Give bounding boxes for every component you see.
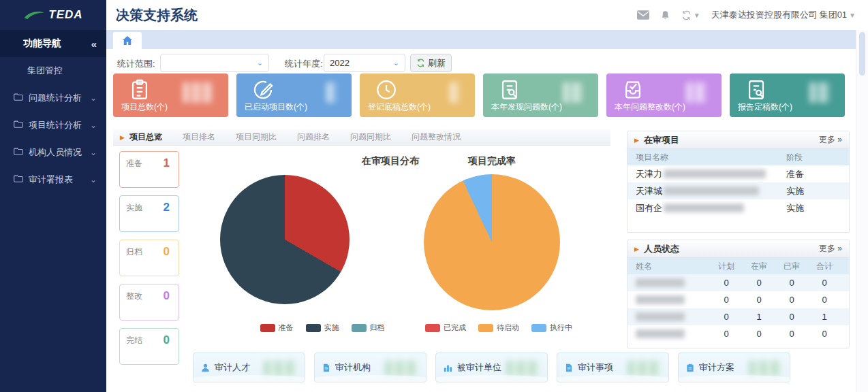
legend-swatch	[260, 324, 275, 332]
folder-icon	[14, 175, 23, 185]
stat-card-项目总数(个)[interactable]: 项目总数(个)	[113, 74, 228, 117]
sidebar-item-机构人员情况[interactable]: 机构人员情况⌄	[0, 139, 106, 166]
stat-card-label: 项目总数(个)	[121, 101, 168, 113]
tab-问题排名[interactable]: 问题排名	[297, 131, 330, 143]
account-dropdown[interactable]: 天津泰达投资控股有限公司 集团01 ▼	[711, 9, 856, 21]
scrollbar-thumb[interactable]	[859, 32, 865, 76]
tab-问题整改情况[interactable]: 问题整改情况	[412, 131, 461, 143]
status-box-完结: 完结0	[119, 328, 179, 365]
home-icon	[123, 36, 132, 45]
stat-card-value-redacted	[563, 82, 583, 103]
stat-card-登记底稿总数(个)[interactable]: 登记底稿总数(个)	[360, 74, 475, 117]
more-link[interactable]: 更多 »	[819, 243, 842, 255]
status-box-label: 整改	[126, 291, 142, 302]
legend-label: 准备	[279, 323, 294, 333]
main-content: 统计范围: ⌄ 统计年度: 2022 ⌄ 刷新 项目总数(个)已启动项目数(个)…	[106, 49, 856, 392]
sidebar-item-集团管控[interactable]: 集团管控⌄	[0, 57, 106, 84]
tab-项目同期比[interactable]: 项目同期比	[236, 131, 277, 143]
status-box-实施: 实施2	[119, 195, 179, 232]
document-icon	[564, 363, 574, 373]
legend-item-已完成[interactable]: 已完成	[425, 323, 466, 333]
personnel-count: 0	[775, 329, 808, 339]
chevron-down-icon: ⌄	[393, 59, 399, 67]
sidebar-item-审计署报表[interactable]: 审计署报表⌄	[0, 166, 106, 193]
personnel-count: 0	[743, 329, 775, 339]
tab-home[interactable]	[113, 32, 142, 49]
personnel-count: 1	[743, 312, 775, 322]
tab-项目总览[interactable]: 项目总览	[120, 131, 162, 143]
project-row[interactable]: 天津城实施	[627, 182, 849, 199]
legend-item-实施[interactable]: 实施	[306, 323, 339, 333]
tab-问题同期比[interactable]: 问题同期比	[350, 131, 391, 143]
pie-chart-completion-rate[interactable]	[424, 174, 560, 310]
personnel-name-redacted	[636, 312, 685, 321]
legend-completion-rate: 已完成待启动执行中	[397, 323, 601, 333]
legend-swatch	[531, 324, 546, 332]
bell-icon[interactable]	[660, 10, 670, 21]
stat-card-label: 登记底稿总数(个)	[368, 101, 431, 113]
tab-bar	[106, 30, 856, 49]
personnel-row[interactable]: 0000	[627, 325, 849, 342]
panel-personnel-header: 人员状态 更多 »	[627, 240, 849, 258]
personnel-count: 0	[710, 295, 743, 305]
status-box-label: 归档	[126, 246, 142, 258]
shortcut-button-审计人才[interactable]: 审计人才	[193, 353, 305, 382]
personnel-row[interactable]: 0101	[627, 308, 849, 325]
year-select[interactable]: 2022 ⌄	[324, 54, 405, 72]
doc-search-icon	[498, 78, 521, 101]
sidebar-item-label: 审计署报表	[29, 174, 84, 186]
stat-card-label: 报告定稿数(个)	[738, 101, 792, 113]
personnel-row[interactable]: 0000	[627, 274, 849, 291]
status-box-value: 0	[164, 245, 170, 259]
status-box-value: 0	[164, 333, 170, 347]
sidebar-items: 集团管控⌄问题统计分析⌄项目统计分析⌄机构人员情况⌄审计署报表⌄	[0, 57, 106, 193]
stat-card-label: 本年问题整改数(个)	[615, 101, 685, 113]
legend-project-distribution: 准备实施归档	[220, 323, 424, 333]
status-box-整改: 整改0	[119, 284, 179, 321]
pie-chart-project-distribution[interactable]	[220, 175, 350, 304]
tab-项目排名[interactable]: 项目排名	[183, 131, 215, 143]
scope-select[interactable]: ⌄	[160, 54, 269, 72]
stat-card-报告定稿数(个)[interactable]: 报告定稿数(个)	[730, 74, 845, 117]
stat-card-value-redacted	[183, 82, 213, 103]
legend-item-准备[interactable]: 准备	[260, 323, 294, 333]
more-link[interactable]: 更多 »	[819, 134, 842, 146]
status-box-准备: 准备1	[119, 151, 179, 188]
stat-card-value-redacted	[809, 82, 830, 103]
stat-card-label: 本年发现问题数(个)	[491, 101, 562, 113]
year-value: 2022	[330, 58, 350, 68]
legend-item-执行中[interactable]: 执行中	[531, 323, 572, 333]
shortcut-button-被审计单位[interactable]: 被审计单位	[435, 353, 548, 382]
refresh-button[interactable]: 刷新	[410, 54, 452, 72]
shortcut-value-redacted	[385, 361, 418, 376]
personnel-row[interactable]: 0000	[627, 291, 849, 308]
sidebar-item-问题统计分析[interactable]: 问题统计分析⌄	[0, 84, 106, 112]
stat-card-本年问题整改数(个)[interactable]: 本年问题整改数(个)	[606, 74, 722, 117]
refresh-icon	[416, 59, 425, 67]
stat-card-已启动项目数(个)[interactable]: 已启动项目数(个)	[236, 74, 352, 117]
legend-swatch	[478, 324, 493, 332]
shortcut-button-审计事项[interactable]: 审计事项	[557, 353, 669, 382]
sidebar-item-label: 项目统计分析	[29, 119, 84, 131]
personnel-name	[636, 295, 710, 304]
shortcut-button-审计方案[interactable]: 审计方案	[678, 353, 790, 382]
legend-item-待启动[interactable]: 待启动	[478, 323, 519, 333]
personnel-name	[636, 312, 710, 321]
project-stage: 准备	[786, 168, 841, 180]
legend-item-归档[interactable]: 归档	[352, 323, 385, 333]
project-row[interactable]: 天津力准备	[627, 165, 849, 182]
status-box-value: 2	[164, 201, 170, 214]
status-box-value: 0	[164, 289, 170, 303]
scrollbar[interactable]	[856, 30, 868, 392]
refresh-dropdown[interactable]: ▼	[681, 10, 700, 20]
personnel-name-redacted	[636, 278, 685, 287]
stat-card-本年发现问题数(个)[interactable]: 本年发现问题数(个)	[483, 74, 598, 117]
project-row[interactable]: 国有企实施	[627, 199, 849, 216]
collapse-sidebar-icon[interactable]: «	[91, 38, 97, 50]
shortcut-label: 被审计单位	[457, 361, 501, 374]
sidebar-item-项目统计分析[interactable]: 项目统计分析⌄	[0, 112, 106, 139]
stat-card-value-redacted	[686, 82, 707, 103]
personnel-name-redacted	[636, 295, 685, 304]
shortcut-button-审计机构[interactable]: 审计机构	[314, 353, 427, 382]
mail-icon[interactable]	[637, 10, 649, 20]
